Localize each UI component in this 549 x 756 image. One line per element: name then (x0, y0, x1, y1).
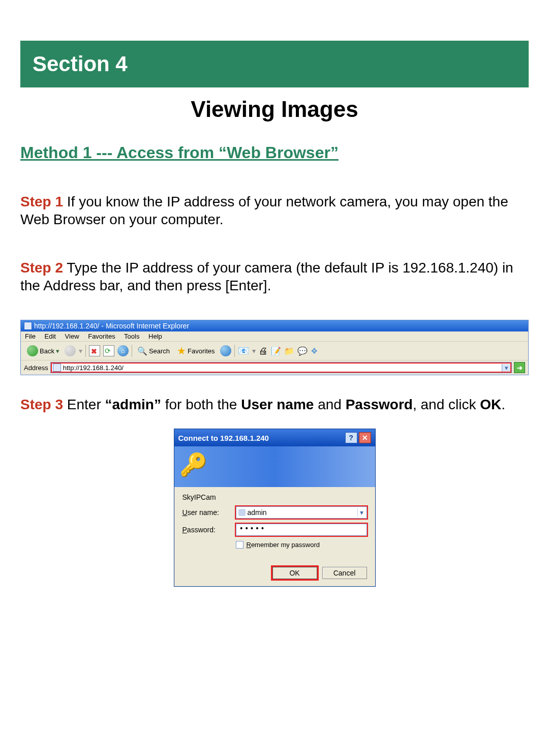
address-input[interactable]: http://192.168.1.240/ ▾ (50, 362, 512, 373)
step-3-label: Step 3 (20, 397, 63, 412)
login-title-text: Connect to 192.168.1.240 (178, 434, 269, 442)
cancel-button[interactable]: Cancel (322, 567, 367, 579)
username-value: admin (248, 508, 355, 517)
section-banner: Section 4 (20, 41, 529, 87)
media-button[interactable] (220, 345, 231, 356)
extra-button[interactable]: ❖ (311, 346, 318, 356)
menu-edit[interactable]: Edit (45, 332, 56, 340)
search-icon: 🔍 (137, 346, 147, 356)
step-2: Step 2 Type the IP address of your camer… (20, 259, 529, 294)
menu-favorites[interactable]: Favorites (88, 332, 115, 340)
page-title: Viewing Images (20, 97, 529, 122)
step-1-label: Step 1 (20, 194, 63, 209)
login-dialog: Connect to 192.168.1.240 ? ✕ 🔑 SkyIPCam … (174, 429, 376, 587)
stop-button[interactable]: ✖ (89, 345, 100, 356)
ok-button[interactable]: OK (272, 567, 317, 579)
keys-icon: 🔑 (179, 451, 207, 478)
step-3-end: . (501, 397, 505, 412)
method-heading: Method 1 --- Access from “Web Browser” (20, 143, 529, 162)
menu-tools[interactable]: Tools (124, 332, 139, 340)
close-button[interactable]: ✕ (359, 432, 371, 443)
ie-window: http://192.168.1.240/ - Microsoft Intern… (20, 320, 529, 375)
realm-label: SkyIPCam (182, 493, 367, 501)
username-field[interactable]: admin ▾ (236, 506, 367, 519)
menu-help[interactable]: Help (148, 332, 162, 340)
chevron-down-icon: ▾ (56, 347, 59, 355)
chevron-down-icon: ▾ (79, 347, 82, 355)
refresh-button[interactable]: ⟳ (103, 345, 114, 356)
folder-button[interactable]: 📁 (284, 346, 294, 356)
separator (234, 345, 235, 357)
step-1: Step 1 If you know the IP address of you… (20, 193, 529, 228)
forward-button[interactable] (65, 345, 76, 356)
step-2-text: Type the IP address of your camera (the … (20, 260, 513, 293)
print-button[interactable]: 🖨 (259, 346, 268, 356)
password-label: Password: (182, 526, 236, 534)
step-3-pw: Password (346, 397, 413, 412)
password-field[interactable]: ••••• (236, 524, 367, 536)
mail-button[interactable]: 📧 (238, 345, 249, 356)
favorites-button[interactable]: ★ Favorites (175, 344, 217, 358)
ie-icon (24, 322, 32, 330)
search-label: Search (149, 347, 170, 355)
step-3-admin: “admin” (105, 397, 161, 412)
step-3-t2: for both the (161, 397, 241, 412)
menu-file[interactable]: File (25, 332, 36, 340)
favorites-label: Favorites (188, 347, 215, 355)
address-label: Address (24, 364, 48, 372)
step-1-text: If you know the IP address of your netwo… (20, 194, 508, 227)
separator (132, 345, 132, 357)
chevron-down-icon: ▾ (252, 347, 256, 355)
star-icon: ★ (177, 345, 186, 357)
back-label: Back (40, 347, 54, 355)
separator (85, 345, 86, 357)
address-dropdown[interactable]: ▾ (502, 364, 510, 372)
ie-menu-bar: File Edit View Favorites Tools Help (21, 331, 528, 341)
username-label: User name: (182, 508, 236, 517)
ie-address-bar: Address http://192.168.1.240/ ▾ ➔ (21, 360, 528, 375)
search-button[interactable]: 🔍 Search (135, 345, 172, 357)
address-value: http://192.168.1.240/ (63, 364, 124, 372)
step-3-t1: Enter (63, 397, 105, 412)
username-dropdown[interactable]: ▾ (357, 508, 365, 517)
step-3: Step 3 Enter “admin” for both the User n… (20, 396, 529, 413)
back-icon (27, 345, 38, 356)
page-icon (53, 364, 61, 372)
help-button[interactable]: ? (345, 432, 357, 443)
ie-title-text: http://192.168.1.240/ - Microsoft Intern… (34, 322, 189, 330)
back-button[interactable]: Back ▾ (25, 344, 62, 357)
go-button[interactable]: ➔ (514, 362, 525, 373)
step-2-label: Step 2 (20, 260, 63, 276)
edit-button[interactable]: 📝 (271, 346, 281, 356)
remember-checkbox[interactable]: Remember my password (236, 541, 367, 549)
checkbox-icon (236, 541, 243, 549)
discuss-button[interactable]: 💬 (297, 346, 308, 356)
login-banner: 🔑 (174, 446, 375, 487)
login-title-bar: Connect to 192.168.1.240 ? ✕ (174, 429, 375, 446)
step-3-t4: , and click (413, 397, 480, 412)
ie-title-bar: http://192.168.1.240/ - Microsoft Intern… (21, 320, 528, 331)
menu-view[interactable]: View (65, 332, 79, 340)
step-3-ok: OK (480, 397, 501, 412)
step-3-un: User name (241, 397, 314, 412)
remember-label: Remember my password (247, 541, 320, 549)
home-button[interactable]: ⌂ (117, 345, 129, 356)
ie-toolbar: Back ▾ ▾ ✖ ⟳ ⌂ 🔍 Search ★ Favorites 📧 ▾ … (21, 341, 528, 360)
person-icon (238, 509, 246, 516)
step-3-t3: and (314, 397, 345, 412)
